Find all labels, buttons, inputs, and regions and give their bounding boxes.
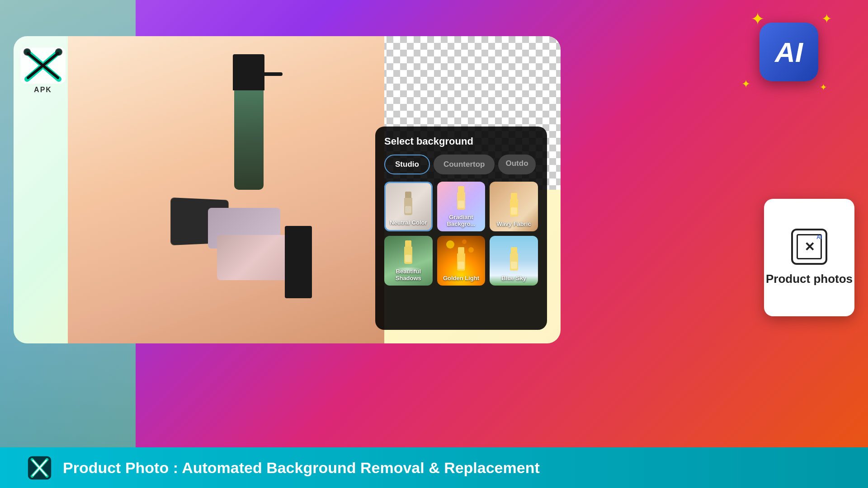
ai-badge-container: ✦ ✦ ✦ ✦ AI <box>746 9 832 95</box>
tab-countertop[interactable]: Countertop <box>434 155 495 174</box>
tall-bottle <box>231 54 267 199</box>
bg-label-gradient: Gradiant Backgro... <box>437 214 486 228</box>
mini-bottle-neutral <box>403 192 413 216</box>
bg-label-wavy: Wavy Fabric <box>497 221 531 228</box>
product-bottles <box>158 54 339 325</box>
mini-bottle-golden <box>456 247 466 272</box>
product-photos-label: Product photos <box>766 272 853 286</box>
ai-small-label: AI <box>816 234 822 240</box>
product-photos-icon: AI <box>791 229 827 265</box>
banner-logo-icon <box>27 455 52 480</box>
bg-label-shadows: Beautiful Shadows <box>384 268 433 282</box>
select-background-title: Select background <box>384 136 538 147</box>
bg-option-wavy-fabric[interactable]: Wavy Fabric <box>490 182 538 231</box>
star-icon-3: ✦ <box>741 78 750 90</box>
select-background-panel: Select background Studio Countertop Outd… <box>375 127 547 330</box>
banner-logo <box>27 455 52 480</box>
mini-bottle-shadows <box>403 240 413 265</box>
ai-icon: AI <box>760 23 818 81</box>
bg-label-neutral: Neutral Color <box>390 219 427 226</box>
product-photos-card[interactable]: AI Product photos <box>764 199 854 316</box>
background-tabs: Studio Countertop Outdo <box>384 155 538 174</box>
mini-bottle-gradient <box>456 186 466 211</box>
bottom-banner: Product Photo : Automated Background Rem… <box>0 447 868 488</box>
mini-bottle-sky <box>509 247 519 272</box>
bg-label-golden: Golden Light <box>443 275 479 282</box>
mini-bottle-wavy <box>509 193 519 218</box>
logo-apk-text: APK <box>34 86 52 94</box>
bottle-body <box>234 90 264 190</box>
star-icon-4: ✦ <box>820 82 827 93</box>
bg-option-neutral-color[interactable]: Neutral Color <box>384 182 433 231</box>
bg-option-beautiful-shadows[interactable]: Beautiful Shadows <box>384 236 433 286</box>
bg-option-blue-sky[interactable]: Blue Sky <box>490 236 538 286</box>
bg-label-sky: Blue Sky <box>501 275 526 282</box>
capcut-logo: APK <box>18 45 68 94</box>
stack-box-dark <box>285 226 312 298</box>
bg-option-gradiant-background[interactable]: Gradiant Backgro... <box>437 182 486 231</box>
logo-x-icon <box>18 45 68 86</box>
tab-outdoor[interactable]: Outdo <box>498 155 535 174</box>
star-icon-2: ✦ <box>821 11 832 26</box>
banner-text: Product Photo : Automated Background Rem… <box>63 459 540 477</box>
tab-studio[interactable]: Studio <box>384 155 430 174</box>
background-options-grid: Neutral Color Gradiant Backgro... Wavy F… <box>384 182 538 286</box>
bottle-stack <box>172 181 307 298</box>
stack-box-front <box>217 235 294 280</box>
bottle-cap <box>233 54 264 90</box>
bg-option-golden-light[interactable]: Golden Light <box>437 236 486 286</box>
